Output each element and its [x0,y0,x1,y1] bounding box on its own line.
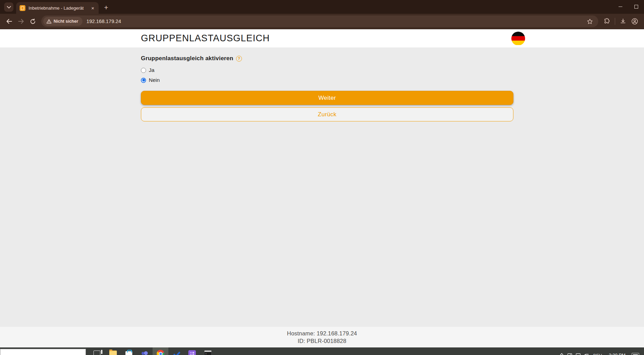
network-button[interactable] [574,352,582,355]
radio-group: Ja Nein [141,66,513,84]
task-view-button[interactable] [89,347,105,355]
puzzle-icon [604,18,610,24]
maximize-button[interactable] [628,0,644,13]
file-explorer-icon [109,351,117,355]
toolbar-divider [615,18,615,25]
page-header: GRUPPENLASTAUSGLEICH [0,29,644,47]
footer-device-id: ID: PBLR-0018828 [298,338,346,344]
security-chip[interactable]: Nicht sicher [43,17,82,26]
flag-stripe-gold [511,41,525,45]
chrome-icon [157,350,164,355]
profile-icon [631,18,638,25]
site-favicon-icon [20,5,25,11]
speaker-icon [584,353,589,355]
maximize-icon [634,5,638,9]
profile-button[interactable] [629,15,641,27]
tab-close-icon[interactable]: × [90,5,96,11]
teams-icon [141,351,148,355]
new-tab-button[interactable]: + [101,3,111,12]
microsoft-store-icon [125,351,132,355]
purple-tiles-icon [188,350,196,355]
radio-option-nein[interactable]: Nein [141,76,513,84]
keyboard-language-indicator[interactable]: DEU [590,352,604,355]
help-icon[interactable]: ? [236,56,242,62]
back-arrow-icon [6,19,12,24]
minimize-icon [619,7,622,7]
flag-stripe-black [511,32,525,36]
warning-triangle-icon [46,19,52,24]
microsoft-store-button[interactable] [121,347,137,355]
question-row: Gruppenlastausgleich aktivieren ? [141,55,513,62]
radio-unselected-icon[interactable] [141,68,146,73]
german-flag-language-icon[interactable] [511,32,525,45]
pen-icon [567,353,572,355]
back-button[interactable] [3,15,15,27]
reload-icon [30,19,36,24]
page-title: GRUPPENLASTAUSGLEICH [141,33,511,44]
forward-arrow-icon [18,19,24,24]
taskbar-search-input[interactable]: Search [0,349,86,355]
radio-label-ja: Ja [149,67,154,73]
flag-stripe-red [511,36,525,41]
radio-selected-icon[interactable] [141,78,146,83]
network-icon [576,353,581,355]
tab-search-button[interactable] [4,2,13,12]
page-footer: Hostname: 192.168.179.24 ID: PBLR-001882… [0,327,644,347]
reload-button[interactable] [27,15,38,27]
url-text: 192.168.179.24 [87,19,585,24]
question-label: Gruppenlastausgleich aktivieren [141,55,233,62]
radio-option-ja[interactable]: Ja [141,66,513,74]
minimize-button[interactable] [612,0,628,13]
ink-workspace-button[interactable] [566,352,574,355]
browser-tabstrip: Inbetriebnahme - Ladegerät × + [0,0,644,14]
browser-toolbar: Nicht sicher 192.168.179.24 [0,14,644,29]
task-view-icon [93,351,100,355]
chrome-button-active[interactable] [153,347,168,355]
chevron-up-icon [560,353,564,355]
security-chip-label: Nicht sicher [54,19,78,24]
file-explorer-button[interactable] [105,347,121,355]
window-controls [612,0,644,13]
todo-check-icon [173,350,180,355]
system-tray: DEU 2:30 PM [557,350,644,355]
download-icon [620,18,626,24]
hidden-icons-button[interactable] [557,352,566,355]
windows-taskbar: Search [0,347,644,355]
address-bar[interactable]: Nicht sicher 192.168.179.24 [41,15,598,27]
weiter-button[interactable]: Weiter [141,91,513,105]
bookmark-star-button[interactable] [585,16,595,26]
taskbar-clock[interactable]: 2:30 PM [605,352,630,355]
downloads-button[interactable] [617,15,629,27]
taskbar-app-icons [89,347,216,355]
zurueck-button[interactable]: Zurück [141,107,513,121]
todo-app-button[interactable] [168,347,184,355]
browser-tab-active[interactable]: Inbetriebnahme - Ladegerät × [16,2,99,14]
command-prompt-button[interactable] [200,347,216,355]
volume-button[interactable] [582,352,590,355]
forward-button[interactable] [15,15,27,27]
command-prompt-icon [204,350,212,355]
screen: Inbetriebnahme - Ladegerät × + [0,0,644,355]
office-app-button[interactable] [184,347,200,355]
notification-center-icon[interactable] [632,353,639,355]
extensions-button[interactable] [601,15,613,27]
teams-button[interactable] [137,347,153,355]
chevron-down-icon [7,6,11,9]
radio-label-nein: Nein [149,77,160,83]
main-content: Gruppenlastausgleich aktivieren ? Ja Nei… [0,47,644,327]
footer-hostname: Hostname: 192.168.179.24 [287,330,357,337]
star-icon [587,19,593,24]
tab-title: Inbetriebnahme - Ladegerät [29,6,90,11]
